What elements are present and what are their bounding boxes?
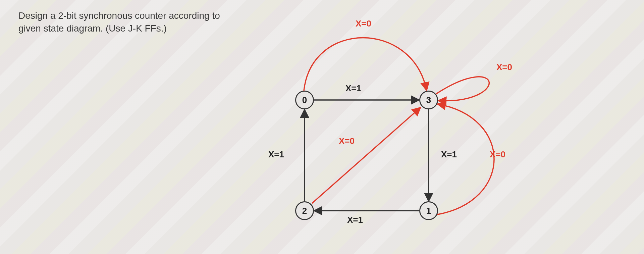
label-0-3-x0: X=0 — [356, 18, 371, 29]
state-diagram: 0 3 2 1 X=1 X=1 X=1 X=1 X=0 X=0 X=0 X=0 — [0, 0, 644, 254]
state-3: 3 — [419, 91, 438, 109]
state-0-label: 0 — [302, 95, 307, 105]
state-2-label: 2 — [302, 206, 307, 216]
state-0: 0 — [295, 91, 314, 109]
state-3-label: 3 — [426, 95, 431, 105]
edge-2-3-x0 — [312, 107, 421, 203]
state-1-label: 1 — [426, 206, 431, 216]
label-1-2-x1: X=1 — [347, 215, 363, 225]
edge-0-3-x0 — [304, 38, 427, 91]
state-2: 2 — [295, 201, 314, 220]
edges-svg — [0, 0, 644, 254]
label-2-0-x1: X=1 — [268, 149, 284, 160]
label-2-3-x0: X=0 — [339, 136, 355, 146]
label-3-3-x0: X=0 — [496, 62, 512, 72]
label-0-3-x1: X=1 — [345, 83, 361, 94]
edge-3-3-x0 — [436, 77, 489, 101]
label-3-1-x1: X=1 — [441, 149, 457, 160]
label-1-3-x0: X=0 — [490, 149, 505, 160]
state-1: 1 — [419, 201, 438, 220]
